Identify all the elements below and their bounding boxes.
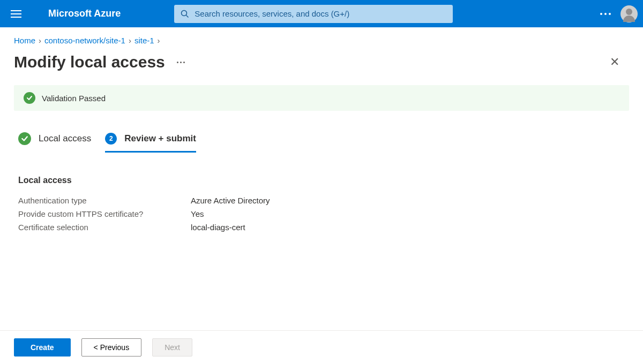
step-review-submit[interactable]: 2 Review + submit xyxy=(105,133,196,153)
main-content: Validation Passed Local access 2 Review … xyxy=(0,85,643,330)
search-placeholder: Search resources, services, and docs (G+… xyxy=(195,9,349,18)
avatar[interactable] xyxy=(620,5,638,22)
table-row: Certificate selection local-diags-cert xyxy=(18,221,629,234)
breadcrumb: Home › contoso-network/site-1 › site-1 › xyxy=(0,27,643,49)
table-row: Authentication type Azure Active Directo… xyxy=(18,194,629,207)
title-row: Modify local access ✕ xyxy=(0,49,643,85)
top-bar: Microsoft Azure Search resources, servic… xyxy=(0,0,643,27)
chevron-right-icon: › xyxy=(39,36,41,45)
validation-text: Validation Passed xyxy=(42,94,106,103)
svg-point-0 xyxy=(182,10,187,16)
previous-button[interactable]: < Previous xyxy=(81,338,142,357)
breadcrumb-link-home[interactable]: Home xyxy=(14,36,35,45)
header-more-icon[interactable] xyxy=(600,13,611,15)
create-button[interactable]: Create xyxy=(14,338,71,357)
field-value: local-diags-cert xyxy=(191,223,245,232)
search-icon xyxy=(181,10,189,18)
brand-title[interactable]: Microsoft Azure xyxy=(48,8,121,19)
field-value: Azure Active Directory xyxy=(191,196,270,205)
chevron-right-icon: › xyxy=(129,36,131,45)
step-number-badge: 2 xyxy=(105,133,117,145)
validation-banner: Validation Passed xyxy=(14,85,629,111)
wizard-footer: Create < Previous Next xyxy=(0,330,643,364)
field-label: Authentication type xyxy=(18,196,191,205)
field-label: Certificate selection xyxy=(18,223,191,232)
step-label: Local access xyxy=(39,133,91,144)
step-label: Review + submit xyxy=(124,133,196,144)
check-circle-icon xyxy=(18,132,31,145)
svg-line-1 xyxy=(186,15,189,17)
field-value: Yes xyxy=(191,209,204,218)
close-icon[interactable]: ✕ xyxy=(600,52,629,72)
breadcrumb-link-site[interactable]: site-1 xyxy=(134,36,154,45)
page-title: Modify local access xyxy=(14,53,165,71)
section-title: Local access xyxy=(14,153,629,194)
next-button: Next xyxy=(152,338,192,357)
global-search-input[interactable]: Search resources, services, and docs (G+… xyxy=(174,5,453,23)
table-row: Provide custom HTTPS certificate? Yes xyxy=(18,207,629,221)
hamburger-menu-icon[interactable] xyxy=(11,10,32,18)
chevron-right-icon: › xyxy=(158,36,160,45)
step-local-access[interactable]: Local access xyxy=(18,132,91,153)
wizard-steps: Local access 2 Review + submit xyxy=(14,111,629,153)
review-table: Authentication type Azure Active Directo… xyxy=(14,194,629,234)
check-circle-icon xyxy=(24,92,35,104)
title-more-icon[interactable] xyxy=(177,62,185,63)
breadcrumb-link-network[interactable]: contoso-network/site-1 xyxy=(44,36,125,45)
field-label: Provide custom HTTPS certificate? xyxy=(18,209,191,218)
